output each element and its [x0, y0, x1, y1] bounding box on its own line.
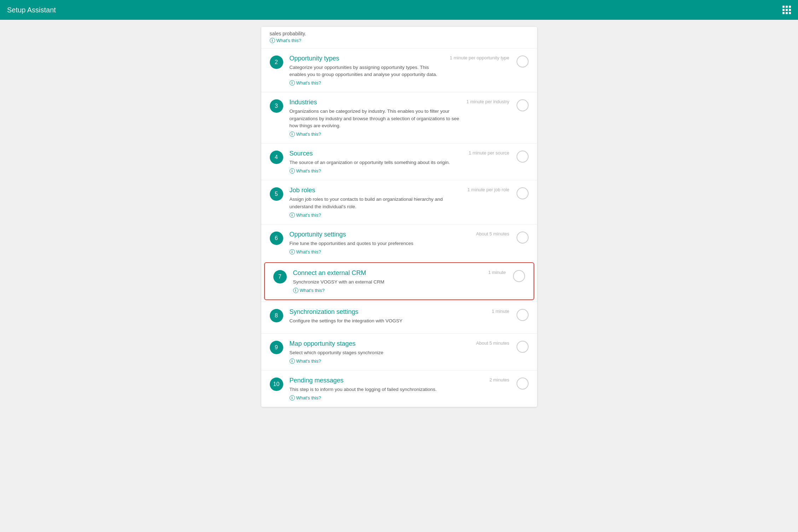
item-description-8: Configure the settings for the integrati… — [290, 317, 471, 325]
partial-whats-this-link[interactable]: i What's this? — [270, 37, 529, 44]
main-content: sales probability. i What's this? 2 Oppo… — [0, 20, 798, 414]
item-description-5: Assign job roles to your contacts to bui… — [290, 196, 460, 210]
item-time-9: About 5 minutes — [476, 340, 509, 346]
setup-item-3: 3 Industries Organizations can be catego… — [261, 92, 537, 143]
setup-item-2: 2 Opportunity types Categorize your oppo… — [261, 48, 537, 92]
item-title-7[interactable]: Connect an external CRM — [293, 269, 467, 277]
whats-this-link-2[interactable]: i What's this? — [290, 80, 443, 86]
step-number-9: 9 — [270, 341, 283, 354]
item-content-8: Synchronization settings Configure the s… — [290, 308, 471, 327]
setup-card: sales probability. i What's this? 2 Oppo… — [261, 27, 537, 407]
info-icon-3: i — [290, 131, 295, 137]
check-toggle-7[interactable] — [513, 270, 525, 282]
item-content-3: Industries Organizations can be categori… — [290, 99, 460, 137]
check-toggle-3[interactable] — [517, 99, 529, 111]
item-title-10[interactable]: Pending messages — [290, 377, 471, 384]
item-content-4: Sources The source of an organization or… — [290, 150, 462, 174]
item-description-2: Categorize your opportunities by assigni… — [290, 64, 443, 78]
info-icon-10: i — [290, 395, 295, 401]
item-description-3: Organizations can be categorized by indu… — [290, 108, 460, 129]
info-icon-5: i — [290, 212, 295, 218]
item-content-9: Map opportunity stages Select which oppo… — [290, 340, 469, 364]
info-icon: i — [270, 38, 275, 43]
item-description-10: This step is to inform you about the log… — [290, 386, 471, 393]
whats-this-link-9[interactable]: i What's this? — [290, 358, 469, 364]
setup-item-7: 7 Connect an external CRM Synchronize VO… — [264, 262, 534, 300]
item-content-7: Connect an external CRM Synchronize VOGS… — [293, 269, 467, 293]
setup-item-9: 9 Map opportunity stages Select which op… — [261, 333, 537, 370]
info-icon-7: i — [293, 288, 298, 293]
item-title-2[interactable]: Opportunity types — [290, 55, 443, 62]
step-number-4: 4 — [270, 151, 283, 164]
item-time-6: About 5 minutes — [476, 231, 509, 237]
item-time-10: 2 minutes — [478, 377, 509, 383]
setup-item-5: 5 Job roles Assign job roles to your con… — [261, 180, 537, 224]
partial-text: sales probability. — [270, 31, 306, 36]
whats-this-link-6[interactable]: i What's this? — [290, 249, 469, 255]
app-header: Setup Assistant — [0, 0, 798, 20]
item-time-7: 1 minute — [474, 269, 506, 276]
step-number-10: 10 — [270, 378, 283, 391]
check-toggle-4[interactable] — [517, 151, 529, 163]
item-title-4[interactable]: Sources — [290, 150, 462, 157]
item-description-6: Fine tune the opportunities and quotes t… — [290, 240, 469, 247]
item-description-4: The source of an organization or opportu… — [290, 159, 462, 166]
step-number-8: 8 — [270, 309, 283, 322]
info-icon-2: i — [290, 80, 295, 86]
item-content-6: Opportunity settings Fine tune the oppor… — [290, 231, 469, 255]
item-time-8: 1 minute — [478, 308, 509, 315]
item-content-2: Opportunity types Categorize your opport… — [290, 55, 443, 86]
setup-items-list: 2 Opportunity types Categorize your oppo… — [261, 48, 537, 407]
info-icon-9: i — [290, 358, 295, 364]
whats-this-link-3[interactable]: i What's this? — [290, 131, 460, 137]
item-title-5[interactable]: Job roles — [290, 187, 460, 194]
check-toggle-2[interactable] — [517, 55, 529, 68]
item-title-6[interactable]: Opportunity settings — [290, 231, 469, 238]
step-number-6: 6 — [270, 232, 283, 245]
app-title: Setup Assistant — [7, 6, 56, 14]
whats-this-link-10[interactable]: i What's this? — [290, 395, 471, 401]
item-content-5: Job roles Assign job roles to your conta… — [290, 187, 460, 218]
whats-this-link-7[interactable]: i What's this? — [293, 288, 467, 293]
item-title-9[interactable]: Map opportunity stages — [290, 340, 469, 347]
item-time-4: 1 minute per source — [469, 150, 509, 156]
setup-item-6: 6 Opportunity settings Fine tune the opp… — [261, 224, 537, 261]
check-toggle-6[interactable] — [517, 232, 529, 244]
step-number-2: 2 — [270, 55, 283, 69]
item-time-2: 1 minute per opportunity type — [450, 55, 509, 61]
step-number-5: 5 — [270, 187, 283, 201]
item-time-5: 1 minute per job role — [467, 187, 509, 193]
item-description-7: Synchronize VOGSY with an external CRM — [293, 279, 467, 286]
step-number-3: 3 — [270, 99, 283, 113]
item-title-3[interactable]: Industries — [290, 99, 460, 106]
item-description-9: Select which opportunity stages synchron… — [290, 349, 469, 356]
setup-item-8: 8 Synchronization settings Configure the… — [261, 302, 537, 333]
partial-top-item: sales probability. i What's this? — [261, 27, 537, 48]
check-toggle-8[interactable] — [517, 309, 529, 321]
check-toggle-10[interactable] — [517, 378, 529, 390]
item-content-10: Pending messages This step is to inform … — [290, 377, 471, 401]
item-time-3: 1 minute per industry — [466, 99, 509, 105]
info-icon-4: i — [290, 168, 295, 174]
setup-item-4: 4 Sources The source of an organization … — [261, 143, 537, 180]
setup-item-10: 10 Pending messages This step is to info… — [261, 370, 537, 407]
grid-menu-icon[interactable] — [782, 6, 791, 14]
check-toggle-5[interactable] — [517, 187, 529, 199]
whats-this-link-5[interactable]: i What's this? — [290, 212, 460, 218]
item-title-8[interactable]: Synchronization settings — [290, 308, 471, 316]
step-number-7: 7 — [273, 270, 287, 283]
info-icon-6: i — [290, 249, 295, 255]
whats-this-link-4[interactable]: i What's this? — [290, 168, 462, 174]
check-toggle-9[interactable] — [517, 341, 529, 353]
